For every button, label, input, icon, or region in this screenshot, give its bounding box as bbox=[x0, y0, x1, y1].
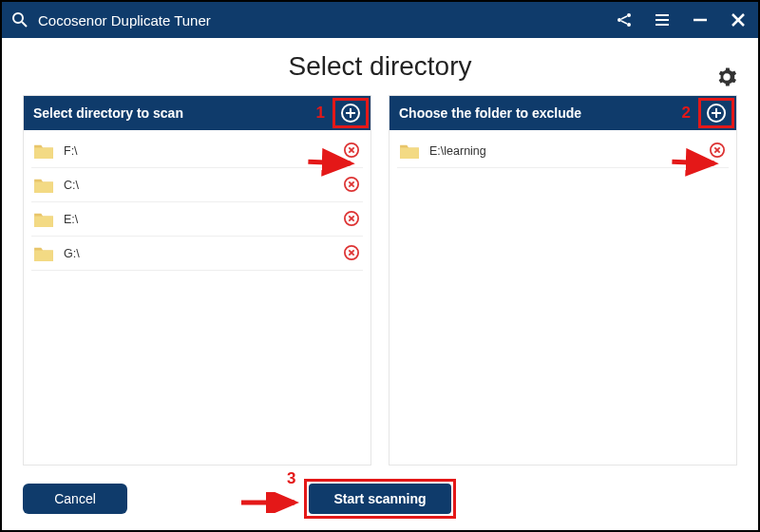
settings-button[interactable] bbox=[716, 66, 737, 87]
add-scan-dir-button[interactable] bbox=[332, 98, 369, 128]
svg-point-2 bbox=[627, 13, 631, 17]
folder-icon bbox=[33, 211, 54, 228]
svg-point-3 bbox=[618, 18, 621, 22]
path-label: F:\ bbox=[64, 144, 344, 158]
svg-point-0 bbox=[13, 13, 23, 23]
list-item[interactable]: G:\ bbox=[31, 237, 363, 271]
list-item[interactable]: E:\learning bbox=[397, 134, 729, 168]
start-highlight: Start scanning bbox=[304, 479, 456, 519]
svg-line-5 bbox=[621, 16, 627, 19]
scan-panel: Select directory to scan 1 F:\C:\E:\G:\ bbox=[23, 95, 371, 466]
folder-icon bbox=[33, 245, 54, 262]
svg-line-1 bbox=[22, 22, 27, 27]
path-label: E:\learning bbox=[429, 144, 710, 158]
scan-panel-header: Select directory to scan 1 bbox=[24, 96, 370, 130]
app-logo-icon bbox=[10, 10, 30, 30]
exclude-panel-body: E:\learning bbox=[390, 130, 736, 465]
remove-item-button[interactable] bbox=[344, 142, 361, 160]
plus-circle-icon bbox=[706, 103, 727, 124]
app-title: Cocosenor Duplicate Tuner bbox=[38, 12, 614, 28]
heading-row: Select directory bbox=[2, 38, 758, 95]
plus-circle-icon bbox=[340, 103, 361, 124]
list-item[interactable]: C:\ bbox=[31, 168, 363, 202]
remove-item-button[interactable] bbox=[344, 177, 361, 194]
share-icon[interactable] bbox=[614, 10, 635, 30]
list-item[interactable]: F:\ bbox=[31, 134, 363, 168]
annotation-marker-2: 2 bbox=[682, 104, 691, 123]
annotation-arrow-icon bbox=[238, 492, 304, 513]
cancel-button[interactable]: Cancel bbox=[23, 484, 127, 514]
list-item[interactable]: E:\ bbox=[31, 202, 363, 237]
app-window: Cocosenor Duplicate Tuner Select directo… bbox=[0, 0, 760, 532]
folder-icon bbox=[33, 177, 54, 194]
svg-point-4 bbox=[627, 23, 631, 27]
titlebar: Cocosenor Duplicate Tuner bbox=[2, 2, 758, 38]
remove-item-button[interactable] bbox=[710, 142, 727, 160]
exclude-panel: Choose the folder to exclude 2 E:\learni… bbox=[389, 95, 737, 466]
start-scanning-button[interactable]: Start scanning bbox=[309, 484, 451, 514]
close-icon[interactable] bbox=[728, 10, 749, 30]
scan-panel-body: F:\C:\E:\G:\ bbox=[24, 130, 370, 465]
path-label: G:\ bbox=[64, 247, 344, 260]
annotation-marker-3: 3 bbox=[287, 469, 295, 488]
exclude-panel-title: Choose the folder to exclude bbox=[399, 105, 581, 121]
page-title: Select directory bbox=[289, 51, 472, 82]
panels: Select directory to scan 1 F:\C:\E:\G:\ … bbox=[2, 95, 758, 475]
scan-panel-title: Select directory to scan bbox=[33, 105, 183, 121]
add-exclude-dir-button[interactable] bbox=[698, 98, 734, 128]
svg-line-6 bbox=[621, 21, 627, 24]
remove-item-button[interactable] bbox=[344, 245, 361, 262]
window-controls bbox=[614, 10, 749, 30]
minimize-icon[interactable] bbox=[690, 10, 711, 30]
folder-icon bbox=[399, 142, 420, 160]
gear-icon bbox=[716, 66, 737, 87]
exclude-panel-header: Choose the folder to exclude 2 bbox=[390, 96, 736, 130]
path-label: E:\ bbox=[64, 213, 344, 226]
remove-item-button[interactable] bbox=[344, 211, 361, 228]
folder-icon bbox=[33, 142, 54, 160]
footer: Cancel 3 Start scanning bbox=[2, 475, 758, 530]
menu-icon[interactable] bbox=[652, 10, 673, 30]
annotation-marker-1: 1 bbox=[316, 104, 325, 123]
path-label: C:\ bbox=[64, 179, 344, 192]
